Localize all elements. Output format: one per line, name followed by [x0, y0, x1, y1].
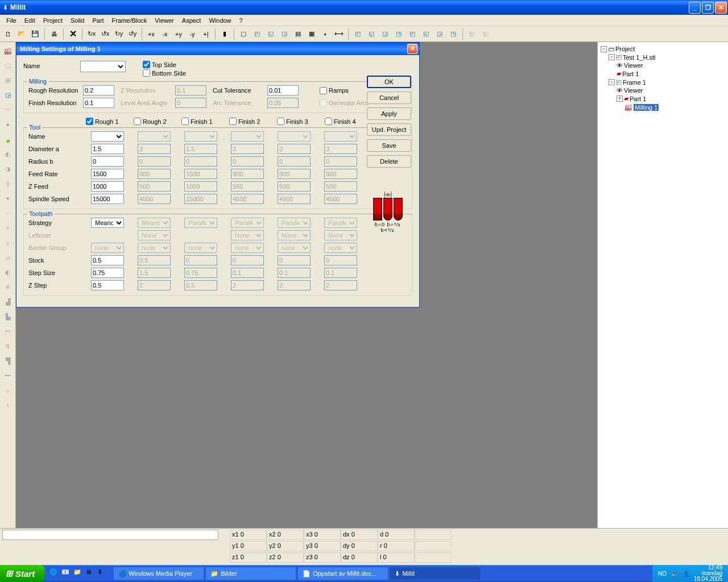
maximize-button[interactable]: ❐	[702, 2, 714, 14]
iso-g-icon[interactable]: ◲	[433, 28, 446, 40]
lt-4-icon[interactable]: ◲	[2, 89, 14, 101]
pass-rough1-checkbox[interactable]: Rough 1	[86, 118, 120, 125]
move-x-pos-icon[interactable]: +x	[145, 28, 158, 40]
status-input[interactable]	[2, 530, 218, 540]
ok-button[interactable]: OK	[367, 76, 411, 88]
tree-root[interactable]: − 🗃 Project	[601, 45, 725, 53]
name-col0-input[interactable]	[91, 131, 124, 142]
menu-aspect[interactable]: Aspect	[178, 16, 205, 25]
lt-23-icon[interactable]: 〰	[2, 369, 14, 382]
task-item-active[interactable]: ⬇Millit	[390, 567, 481, 580]
lt-7-icon[interactable]: 🍃	[2, 133, 14, 146]
menu-file[interactable]: File	[2, 16, 20, 25]
lt-22-icon[interactable]: ▜	[2, 355, 14, 367]
menu-viewer[interactable]: Viewer	[151, 16, 177, 25]
view-measure-icon[interactable]: ⟷	[333, 28, 345, 40]
rotate-y-pos-icon[interactable]: ↻y	[113, 28, 125, 40]
lt-9-icon[interactable]: ◑	[2, 163, 14, 175]
iso-f-icon[interactable]: ◱	[420, 28, 432, 40]
task-item[interactable]: 📁Bilder	[205, 567, 296, 580]
lt-11-icon[interactable]: ✦	[2, 192, 14, 205]
lt-6-icon[interactable]: ●	[2, 118, 14, 131]
feed-col0-input[interactable]	[91, 169, 124, 179]
lt-18-icon[interactable]: ▟	[2, 296, 14, 308]
lt-20-icon[interactable]: ✂	[2, 325, 14, 338]
strategy-col0-input[interactable]: Meander	[91, 218, 124, 228]
save-icon[interactable]: 💾	[29, 28, 42, 40]
dialog-close-button[interactable]: ✕	[407, 44, 417, 54]
lt-3-icon[interactable]: ▤	[2, 74, 14, 86]
zfeed-col0-input[interactable]	[91, 181, 124, 192]
task-item[interactable]: 🔵Windows Media Player	[113, 567, 204, 580]
iso-a-icon[interactable]: ◰	[351, 28, 364, 40]
delete-icon[interactable]: ✕	[67, 28, 79, 40]
cut-tol-input[interactable]	[267, 85, 299, 95]
reset-b-icon[interactable]: S:	[479, 28, 492, 40]
lt-2-icon[interactable]: ▢	[2, 59, 14, 72]
tool1-icon[interactable]: ▮	[218, 28, 231, 40]
open-icon[interactable]: 📂	[15, 28, 28, 40]
lt-1-icon[interactable]: 🏭	[2, 44, 14, 57]
rotate-x-neg-icon[interactable]: ↺x	[99, 28, 111, 40]
pass-rough2-checkbox[interactable]: Rough 2	[134, 118, 168, 125]
apply-button[interactable]: Apply	[367, 107, 411, 120]
stock-col0-input[interactable]	[91, 255, 124, 265]
tree-item-selected[interactable]: 🏭 Milling 1	[624, 103, 725, 111]
view-list-icon[interactable]: ▤	[292, 28, 304, 40]
bottom-side-checkbox[interactable]: Bottom Side	[143, 69, 186, 77]
ql-desktop-icon[interactable]: 🖥	[85, 568, 96, 579]
tree-item[interactable]: + ▰ Part 1	[617, 94, 725, 103]
menu-frameblock[interactable]: Frame/Block	[108, 16, 151, 25]
tree-item[interactable]: 👁 Viewer	[617, 86, 725, 94]
move-y-pos-icon[interactable]: +y	[172, 28, 185, 40]
zstep-col0-input[interactable]	[91, 280, 124, 290]
menu-project[interactable]: Project	[39, 16, 67, 25]
rotate-x-pos-icon[interactable]: ↻x	[85, 28, 98, 40]
ql-app-icon[interactable]: ⬇	[97, 568, 107, 579]
start-button[interactable]: ⊞Start	[0, 565, 45, 582]
ql-mail-icon[interactable]: 📧	[61, 568, 72, 579]
lt-21-icon[interactable]: ↯	[2, 340, 14, 352]
tree-item[interactable]: ▰ Part 1	[617, 69, 725, 78]
save-button[interactable]: Save	[367, 139, 411, 152]
view-solid-icon[interactable]: ▪	[319, 28, 332, 40]
ql-ie-icon[interactable]: 🌐	[49, 568, 60, 579]
view-wire-icon[interactable]: ▦	[305, 28, 318, 40]
step-col0-input[interactable]	[91, 268, 124, 278]
iso-c-icon[interactable]: ◲	[379, 28, 391, 40]
menu-edit[interactable]: Edit	[20, 16, 39, 25]
radius-col0-input[interactable]	[91, 156, 124, 167]
iso-b-icon[interactable]: ◱	[365, 28, 378, 40]
print-icon[interactable]: 🖶	[48, 28, 60, 40]
finish-res-input[interactable]	[83, 98, 114, 108]
name-select[interactable]	[80, 61, 126, 72]
cancel-button[interactable]: Cancel	[367, 92, 411, 104]
spindle-col0-input[interactable]	[91, 194, 124, 204]
move-z-icon[interactable]: +|	[200, 28, 212, 40]
iso-e-icon[interactable]: ◰	[406, 28, 419, 40]
move-x-neg-icon[interactable]: -x	[159, 28, 171, 40]
menu-help[interactable]: ?	[235, 16, 247, 25]
diameter-col0-input[interactable]	[91, 144, 124, 154]
minimize-button[interactable]: _	[689, 2, 701, 14]
delete-button[interactable]: Delete	[367, 155, 411, 168]
lt-12-icon[interactable]: ⟋	[2, 207, 14, 219]
pass-finish4-checkbox[interactable]: Finish 4	[325, 118, 359, 125]
rough-res-input[interactable]	[83, 85, 114, 95]
tree-item[interactable]: 👁 Viewer	[617, 61, 725, 69]
lt-19-icon[interactable]: ▙	[2, 310, 14, 323]
lt-13-icon[interactable]: ✧	[2, 222, 14, 234]
lt-14-icon[interactable]: ⟐	[2, 236, 14, 249]
menu-part[interactable]: Part	[88, 16, 107, 25]
lt-17-icon[interactable]: ✕	[2, 281, 14, 293]
ql-folder-icon[interactable]: 📁	[73, 568, 84, 579]
move-y-neg-icon[interactable]: -y	[186, 28, 198, 40]
lt-25-icon[interactable]: ⟑	[2, 399, 14, 411]
upd-project-button[interactable]: Upd. Project	[367, 123, 411, 136]
view-iso2-icon[interactable]: ◱	[264, 28, 277, 40]
view-iso3-icon[interactable]: ◲	[278, 28, 291, 40]
close-button[interactable]: ✕	[715, 2, 727, 14]
lt-5-icon[interactable]: 〰	[2, 103, 14, 116]
tree-item[interactable]: − ◰ Frame 1	[609, 78, 725, 86]
reset-a-icon[interactable]: S:	[466, 28, 478, 40]
